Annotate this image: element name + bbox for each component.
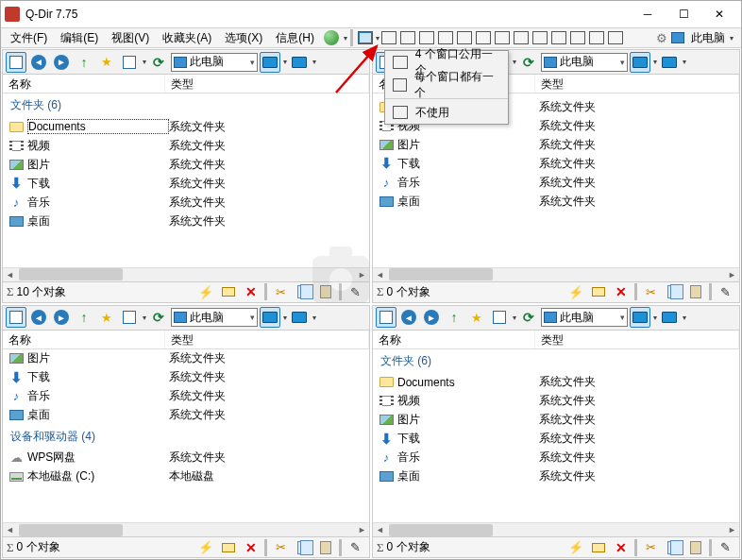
view-list-button[interactable]: [376, 307, 396, 328]
copy-button[interactable]: [293, 537, 313, 558]
list-item[interactable]: 本地磁盘 (C:)本地磁盘: [3, 467, 369, 486]
layout-icon[interactable]: [419, 31, 434, 44]
menu-view[interactable]: 视图(V): [106, 28, 155, 48]
layout-icon[interactable]: [495, 31, 510, 44]
maximize-button[interactable]: ☐: [666, 3, 701, 25]
refresh-button[interactable]: ⟳: [518, 307, 539, 328]
scroll-left-icon[interactable]: ◄: [373, 267, 387, 281]
list-item[interactable]: 视频系统文件夹: [3, 136, 369, 155]
monitor-button[interactable]: [630, 307, 650, 328]
scroll-thumb[interactable]: [389, 524, 493, 536]
layout-icon[interactable]: [532, 31, 548, 44]
list-item[interactable]: Documents系统文件夹: [3, 117, 369, 136]
list-item[interactable]: ⬇下载系统文件夹: [373, 154, 739, 173]
layout-icon[interactable]: [381, 31, 396, 44]
menu-item-none[interactable]: 不使用: [385, 101, 508, 124]
monitor-dropdown[interactable]: ▾: [283, 314, 287, 322]
list-item[interactable]: ♪音乐系统文件夹: [373, 173, 739, 192]
refresh-button[interactable]: ⟳: [148, 307, 169, 328]
list-item[interactable]: ♪音乐系统文件夹: [3, 193, 369, 212]
cut-button[interactable]: ✂: [270, 537, 291, 558]
globe-dropdown[interactable]: ▾: [344, 34, 347, 42]
scroll-thumb[interactable]: [19, 268, 123, 280]
list-item[interactable]: 桌面系统文件夹: [373, 467, 739, 486]
list-item[interactable]: 桌面系统文件夹: [3, 406, 369, 425]
monitor-dropdown[interactable]: ▾: [653, 58, 657, 66]
bolt-button[interactable]: ⚡: [565, 281, 586, 302]
monitor-dropdown[interactable]: ▾: [283, 58, 287, 66]
cut-button[interactable]: ✂: [640, 537, 661, 558]
up-button[interactable]: ↑: [74, 307, 94, 328]
mail-button[interactable]: [588, 281, 609, 302]
view-list-button[interactable]: [6, 52, 26, 73]
edit-button[interactable]: ✎: [345, 537, 365, 558]
address-bar[interactable]: 此电脑▾: [171, 53, 258, 72]
delete-button[interactable]: ✕: [241, 281, 261, 302]
col-type[interactable]: 类型: [535, 75, 739, 93]
paste-button[interactable]: [315, 537, 336, 558]
back-button[interactable]: ◄: [28, 307, 49, 328]
grid-button[interactable]: [119, 307, 140, 328]
list-item[interactable]: 图片系统文件夹: [3, 349, 369, 368]
scroll-left-icon[interactable]: ◄: [373, 523, 387, 537]
menu-info[interactable]: 信息(H): [270, 28, 320, 48]
col-name[interactable]: 名称: [373, 331, 535, 348]
scroll-thumb[interactable]: [389, 268, 493, 280]
grid-dropdown[interactable]: ▾: [143, 314, 146, 322]
grid-dropdown[interactable]: ▾: [143, 58, 146, 66]
layout-icon[interactable]: [589, 31, 604, 44]
list-item[interactable]: 桌面系统文件夹: [3, 212, 369, 230]
monitor2-button[interactable]: [289, 52, 310, 73]
file-list[interactable]: 图片系统文件夹 ⬇下载系统文件夹 ♪音乐系统文件夹 桌面系统文件夹 设备和驱动器…: [3, 349, 369, 523]
copy-button[interactable]: [293, 281, 313, 302]
bolt-button[interactable]: ⚡: [565, 537, 586, 558]
bolt-button[interactable]: ⚡: [195, 281, 216, 302]
monitor2-dropdown[interactable]: ▾: [683, 58, 686, 66]
list-item[interactable]: 图片系统文件夹: [3, 155, 369, 174]
location-label[interactable]: 此电脑: [691, 30, 725, 46]
list-item[interactable]: ♪音乐系统文件夹: [373, 449, 739, 467]
edit-button[interactable]: ✎: [715, 281, 735, 302]
layout-icon[interactable]: [608, 31, 623, 44]
delete-button[interactable]: ✕: [611, 281, 632, 302]
edit-button[interactable]: ✎: [345, 281, 365, 302]
refresh-button[interactable]: ⟳: [518, 52, 539, 73]
monitor2-button[interactable]: [289, 307, 310, 328]
layout-icon[interactable]: [438, 31, 453, 44]
monitor-button[interactable]: [630, 52, 650, 73]
forward-button[interactable]: ►: [421, 307, 442, 328]
col-type[interactable]: 类型: [535, 331, 739, 348]
scroll-thumb[interactable]: [19, 524, 123, 536]
list-item[interactable]: ♪音乐系统文件夹: [3, 387, 369, 406]
menu-file[interactable]: 文件(F): [5, 28, 53, 48]
forward-button[interactable]: ►: [51, 52, 72, 73]
grid-dropdown[interactable]: ▾: [513, 314, 516, 322]
menu-favorites[interactable]: 收藏夹(A): [157, 28, 217, 48]
section-folders[interactable]: 文件夹 (6): [373, 349, 739, 373]
mail-button[interactable]: [218, 281, 239, 302]
favorites-button[interactable]: ★: [96, 52, 117, 73]
monitor-dropdown[interactable]: ▾: [653, 314, 657, 322]
menu-edit[interactable]: 编辑(E): [55, 28, 104, 48]
monitor2-button[interactable]: [659, 52, 680, 73]
scroll-right-icon[interactable]: ►: [725, 523, 739, 537]
location-dropdown[interactable]: ▾: [730, 34, 734, 42]
copy-button[interactable]: [663, 537, 683, 558]
grid-button[interactable]: [119, 52, 140, 73]
back-button[interactable]: ◄: [398, 307, 419, 328]
section-folders[interactable]: 文件夹 (6): [3, 93, 369, 117]
mail-button[interactable]: [588, 537, 609, 558]
paste-button[interactable]: [315, 281, 336, 302]
layout-icon[interactable]: [400, 31, 415, 44]
delete-button[interactable]: ✕: [241, 537, 261, 558]
menu-options[interactable]: 选项(X): [219, 28, 268, 48]
tools-icon[interactable]: ⚙: [656, 31, 667, 45]
cut-button[interactable]: ✂: [640, 281, 661, 302]
up-button[interactable]: ↑: [74, 52, 94, 73]
monitor2-dropdown[interactable]: ▾: [312, 314, 316, 322]
monitor2-button[interactable]: [659, 307, 680, 328]
cut-button[interactable]: ✂: [270, 281, 291, 302]
layout-dropdown-trigger[interactable]: ▾: [376, 34, 379, 42]
minimize-button[interactable]: ─: [630, 3, 666, 25]
col-name[interactable]: 名称: [3, 331, 165, 348]
